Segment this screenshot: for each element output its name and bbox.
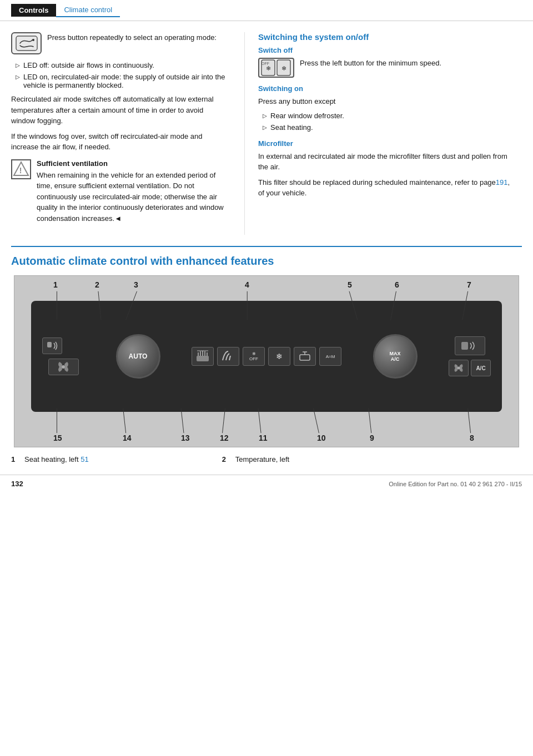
num-label-13: 13 <box>181 434 190 442</box>
svg-rect-11 <box>197 356 209 361</box>
bullet-text-1: LED off: outside air flows in continuous… <box>23 61 154 69</box>
spacer <box>64 337 84 354</box>
svg-rect-12 <box>300 355 310 360</box>
switching-on-bullet-text-1: Rear window defroster. <box>270 112 344 120</box>
rear-heat-btn <box>455 336 485 355</box>
num-label-11: 11 <box>259 434 268 442</box>
bullet-arrow-2: ▷ <box>16 74 20 80</box>
left-temp-knob-area: AUTO <box>116 334 160 379</box>
center-buttons: ❄OFF ❄ A=M <box>192 347 341 366</box>
switching-on-subtitle: Switching on <box>258 84 511 93</box>
seat-heat-left-btn <box>42 337 62 354</box>
svg-text:❄: ❄ <box>281 65 286 72</box>
num-label-12: 12 <box>220 434 229 442</box>
bottom-section-title: Automatic climate control with enhanced … <box>11 255 522 268</box>
bottom-spacer <box>105 455 205 463</box>
num-label-1: 1 <box>53 280 58 289</box>
footer-text: Online Edition for Part no. 01 40 2 961 … <box>389 481 522 487</box>
left-column: Press button repeatedly to select an ope… <box>11 32 244 235</box>
svg-rect-0 <box>16 36 37 51</box>
item-1-label: Seat heating, left <box>24 455 79 463</box>
control-panel: AUTO ❄OFF ❄ A=M <box>31 301 502 412</box>
section-divider-line <box>11 246 522 247</box>
icon-description-box: Press button repeatedly to select an ope… <box>11 32 228 54</box>
right-bottom-buttons: A/C <box>449 360 491 376</box>
num-label-4: 4 <box>245 280 249 289</box>
fan-speed-btn <box>217 347 239 366</box>
switch-off-icon-box: ❄ ❄ OFF Press the left button for the mi… <box>258 58 511 78</box>
svg-line-26 <box>258 408 261 433</box>
bullet-text-2: LED on, recirculated-air mode: the suppl… <box>23 73 228 89</box>
switch-off-subtitle: Switch off <box>258 46 511 54</box>
warning-triangle-icon: ! <box>11 159 31 179</box>
icon-description-text: Press button repeatedly to select an ope… <box>47 32 217 43</box>
svg-line-28 <box>369 408 371 433</box>
switching-on-bullet-text-2: Seat heating. <box>270 123 313 132</box>
item-2-number: 2 <box>222 455 232 463</box>
num-label-6: 6 <box>395 280 399 289</box>
left-control-area <box>42 337 84 375</box>
switching-on-arrow-2: ▷ <box>263 124 267 130</box>
svg-point-10 <box>62 365 65 369</box>
ac-btn: ❄ <box>268 347 290 366</box>
front-defroster-btn <box>192 347 214 366</box>
bottom-section: Automatic climate control with enhanced … <box>0 235 533 469</box>
microfilter-page-link[interactable]: 191 <box>496 178 508 187</box>
num-label-7: 7 <box>467 280 471 289</box>
climate-control-image: 1 2 3 4 5 6 7 15 14 13 12 11 10 9 8 <box>14 275 519 447</box>
num-label-15: 15 <box>53 434 62 442</box>
item-2-text: Temperature, left <box>235 455 290 463</box>
right-control-area: A/C <box>449 336 491 376</box>
switch-off-icon: ❄ ❄ OFF <box>258 58 294 78</box>
num-label-14: 14 <box>123 434 132 442</box>
svg-rect-13 <box>461 342 468 350</box>
ac-off-btn: ❄OFF <box>243 347 265 366</box>
svg-text:OFF: OFF <box>262 62 269 65</box>
num-label-2: 2 <box>95 280 99 289</box>
svg-line-24 <box>181 408 184 433</box>
microfilter-para2: This filter should be replaced during sc… <box>258 177 511 199</box>
num-label-8: 8 <box>470 434 474 442</box>
system-on-off-title: Switching the system on/off <box>258 32 511 42</box>
item-1-link[interactable]: 51 <box>81 455 88 463</box>
warning-content: Sufficient ventilation When remaining in… <box>37 159 228 229</box>
auto-mode-btn: A=M <box>319 347 341 366</box>
bottom-item-2: 2 Temperature, left <box>222 455 290 463</box>
right-temp-knob: MAXA/C <box>373 334 418 379</box>
left-temp-knob: AUTO <box>116 334 160 379</box>
warning-text: When remaining in the vehicle for an ext… <box>37 170 228 224</box>
warning-box: ! Sufficient ventilation When remaining … <box>11 159 228 229</box>
item-1-text: Seat heating, left 51 <box>24 455 89 463</box>
main-content: Press button repeatedly to select an ope… <box>0 21 533 235</box>
svg-line-27 <box>313 408 319 433</box>
num-label-3: 3 <box>134 280 138 289</box>
item-1-number: 1 <box>11 455 21 463</box>
microfilter-para1: In external and recirculated air mode th… <box>258 151 511 173</box>
header-climate-label: Climate control <box>56 3 120 17</box>
switching-on-arrow-1: ▷ <box>263 113 267 119</box>
svg-point-14 <box>457 367 460 370</box>
svg-line-25 <box>223 408 225 433</box>
recirculated-para2: If the windows fog over, switch off reci… <box>11 131 228 153</box>
svg-point-1 <box>32 39 34 41</box>
right-temp-knob-area: MAXA/C <box>373 334 418 379</box>
header-controls-label: Controls <box>11 4 56 17</box>
recirculated-para1: Recirculated air mode switches off autom… <box>11 94 228 127</box>
page-footer: 132 Online Edition for Part no. 01 40 2 … <box>0 475 533 492</box>
bullet-item-1: ▷ LED off: outside air flows in continuo… <box>11 61 228 69</box>
bottom-items-table: 1 Seat heating, left 51 2 Temperature, l… <box>11 455 522 463</box>
right-column: Switching the system on/off Switch off ❄… <box>245 32 511 235</box>
switch-off-text: Press the left button for the minimum sp… <box>300 58 441 69</box>
num-label-9: 9 <box>370 434 374 442</box>
fan-btn <box>48 359 79 375</box>
warning-title: Sufficient ventilation <box>37 159 228 168</box>
num-label-5: 5 <box>348 280 352 289</box>
bullet-item-2: ▷ LED on, recirculated-air mode: the sup… <box>11 73 228 89</box>
switching-on-text: Press any button except <box>258 96 511 107</box>
recirculation-icon <box>11 32 42 54</box>
svg-text:!: ! <box>19 166 22 175</box>
svg-line-23 <box>123 408 126 433</box>
microfilter-para2-text: This filter should be replaced during sc… <box>258 178 496 187</box>
svg-text:❄: ❄ <box>266 65 271 72</box>
switching-on-bullet-2: ▷ Seat heating. <box>258 123 511 132</box>
